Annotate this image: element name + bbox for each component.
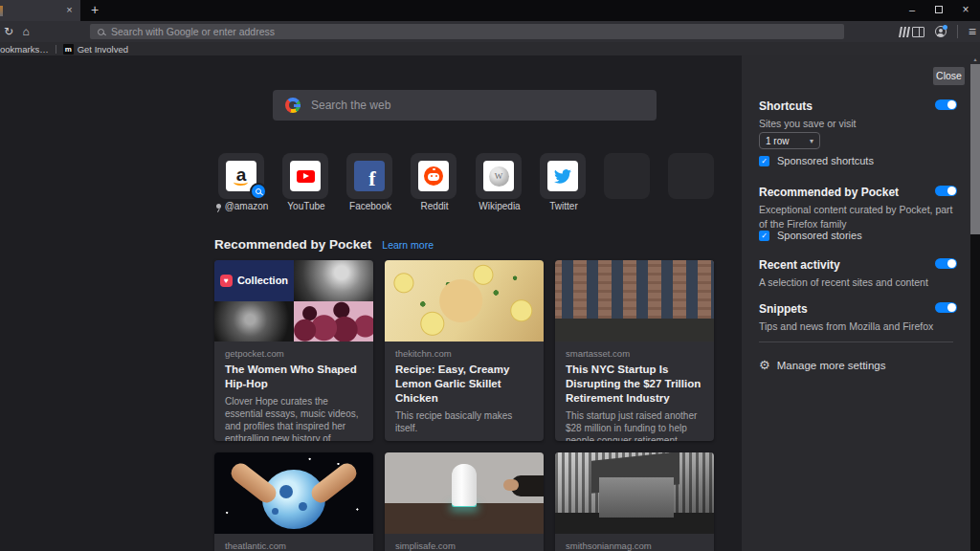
wikipedia-icon: W: [483, 161, 514, 191]
amazon-smile: [234, 179, 248, 186]
maximize-button[interactable]: [924, 0, 953, 21]
google-icon: [285, 98, 301, 113]
shortcut-label-reddit: Reddit: [401, 201, 468, 211]
pocket-card-simplisafe[interactable]: simplisafe.com: [385, 452, 544, 551]
scrollbar-thumb[interactable]: [970, 64, 980, 234]
active-tab[interactable]: ×: [0, 0, 80, 21]
maximize-icon: [935, 6, 943, 13]
tab-favicon: [0, 6, 3, 16]
new-tab-button[interactable]: +: [86, 2, 103, 19]
recent-activity-toggle[interactable]: [935, 258, 957, 269]
menu-icon[interactable]: ≡: [969, 21, 976, 42]
shortcut-label-wikipedia: Wikipedia: [466, 201, 533, 211]
pocket-toggle[interactable]: [935, 186, 957, 196]
pocket-section-header: Recommended by Pocket Learn more: [214, 237, 434, 252]
collage-illustration: [294, 301, 373, 342]
close-button[interactable]: Close: [933, 67, 965, 85]
checkbox-label: Sponsored shortcuts: [777, 155, 874, 166]
collage-photo: [214, 301, 294, 342]
collection-label: Collection: [237, 275, 288, 286]
card-description: This startup just raised another $28 mil…: [566, 409, 703, 441]
page-scrollbar[interactable]: ▴: [970, 55, 980, 551]
toolbar-right-icons: ≡: [900, 21, 976, 42]
address-bar[interactable]: Search with Google or enter address: [90, 24, 844, 39]
card-title[interactable]: The Women Who Shaped Hip-Hop: [225, 363, 363, 391]
notification-dot: [943, 25, 947, 30]
toolbar-separator: [957, 25, 958, 38]
shortcut-empty-slot[interactable]: [604, 153, 650, 199]
manage-more-settings-link[interactable]: ⚙ Manage more settings: [759, 358, 885, 372]
pocket-collection-banner: ♥ Collection: [214, 260, 294, 301]
minimize-button[interactable]: –: [898, 0, 926, 21]
shortcut-facebook[interactable]: f: [346, 153, 392, 199]
tab-bar: × + – ×: [0, 0, 980, 21]
shortcut-empty-slot[interactable]: [668, 153, 714, 199]
pocket-card-women-hiphop[interactable]: ♥ Collection getpocket.com The Women Who…: [214, 260, 373, 441]
section-desc-shortcuts: Sites you save or visit: [759, 117, 955, 131]
rows-dropdown[interactable]: 1 row ▾: [759, 132, 820, 149]
rows-dropdown-value: 1 row: [766, 136, 789, 146]
search-placeholder: Search the web: [311, 99, 390, 112]
shortcut-label-twitter: Twitter: [530, 201, 597, 211]
section-desc-recent: A selection of recent sites and content: [759, 276, 955, 290]
pocket-card-recipe[interactable]: thekitchn.com Recipe: Easy, Creamy Lemon…: [385, 260, 544, 441]
facebook-letter: f: [368, 166, 375, 191]
window-close-button[interactable]: ×: [951, 0, 980, 21]
library-icon[interactable]: [899, 27, 902, 37]
card-description: This recipe basically makes itself.: [395, 409, 533, 434]
bookmarks-bar: ookmarks… m Get Involved: [0, 42, 980, 55]
shortcut-label-text: @amazon: [225, 201, 269, 211]
sidebar-icon[interactable]: [912, 27, 924, 37]
home-icon[interactable]: ⌂: [18, 24, 33, 39]
shortcut-youtube[interactable]: [282, 153, 328, 199]
web-search-input[interactable]: Search the web: [273, 90, 657, 121]
reddit-icon: [418, 161, 449, 191]
card-domain: getpocket.com: [225, 348, 363, 359]
checkbox-checked[interactable]: ✓: [759, 156, 769, 166]
search-icon: [256, 188, 261, 194]
card-description: Clover Hope curates the essential essays…: [225, 395, 363, 441]
shortcuts-toggle[interactable]: [935, 99, 957, 110]
shortcut-wikipedia[interactable]: W: [476, 153, 522, 199]
card-image-device: [385, 452, 544, 534]
checkbox-checked[interactable]: ✓: [759, 231, 769, 241]
learn-more-link[interactable]: Learn more: [382, 239, 434, 251]
reddit-antenna: [433, 168, 435, 171]
card-image-collage: ♥ Collection: [214, 260, 373, 342]
account-icon[interactable]: [935, 26, 947, 37]
sponsored-stories-row[interactable]: ✓ Sponsored stories: [759, 230, 862, 241]
pocket-card-atlantic[interactable]: theatlantic.com: [214, 452, 373, 551]
bookmarks-separator: [56, 45, 56, 54]
shortcut-label-facebook: Facebook: [337, 201, 404, 211]
pocket-card-sponsored[interactable]: smartasset.com This NYC Startup Is Disru…: [555, 260, 714, 441]
shortcut-amazon[interactable]: a: [218, 153, 264, 199]
play-icon: [303, 173, 309, 179]
card-title[interactable]: Recipe: Easy, Creamy Lemon Garlic Skille…: [395, 363, 533, 406]
section-desc-pocket: Exceptional content curated by Pocket, p…: [759, 203, 955, 231]
card-image-team: [555, 260, 714, 342]
reload-icon[interactable]: ↻: [1, 24, 16, 39]
sponsored-shortcuts-row[interactable]: ✓ Sponsored shortcuts: [759, 155, 874, 166]
snippets-toggle[interactable]: [935, 302, 957, 313]
pocket-logo-icon: ♥: [220, 275, 233, 287]
smart-device: [452, 464, 477, 506]
tab-close-icon[interactable]: ×: [63, 4, 76, 16]
hand: [511, 475, 544, 496]
shortcut-label-youtube: YouTube: [273, 201, 340, 211]
navigation-toolbar: ↻ ⌂ Search with Google or enter address …: [0, 21, 980, 42]
shortcut-twitter[interactable]: [540, 153, 586, 199]
facebook-icon: f: [354, 161, 385, 191]
youtube-icon: [290, 161, 321, 191]
card-title[interactable]: This NYC Startup Is Disrupting the $27 T…: [566, 363, 703, 406]
pocket-card-smithsonian[interactable]: smithsonianmag.com: [555, 452, 714, 551]
mozilla-favicon: m: [63, 44, 74, 55]
scroll-up-icon[interactable]: ▴: [970, 55, 980, 64]
reddit-face: [428, 173, 439, 181]
twitter-icon: [547, 161, 578, 191]
checkbox-label: Sponsored stories: [777, 230, 862, 241]
bookmark-item-truncated[interactable]: ookmarks…: [0, 44, 49, 55]
shortcut-reddit[interactable]: [411, 153, 457, 199]
card-domain: smartasset.com: [566, 348, 703, 359]
bookmark-item-get-involved[interactable]: Get Involved: [78, 44, 128, 55]
search-badge-icon: [250, 183, 267, 200]
